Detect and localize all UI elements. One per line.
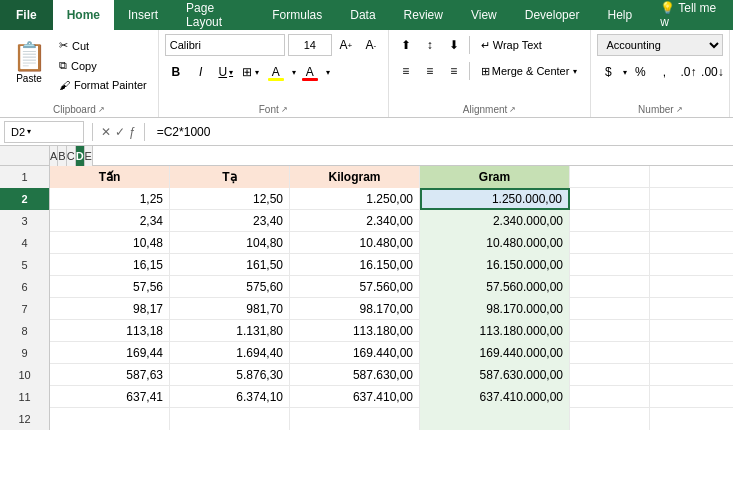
font-size-selector[interactable] [288,34,332,56]
row-header[interactable]: 7 [0,298,50,320]
list-item[interactable]: 637,41 [50,386,170,408]
list-item[interactable]: 113,18 [50,320,170,342]
col-header-c[interactable]: C [67,146,76,166]
currency-button[interactable]: $ [597,61,619,83]
tab-view[interactable]: View [457,0,511,30]
fill-color-button[interactable]: A [265,61,287,83]
list-item[interactable]: 1.694,40 [170,342,290,364]
list-item[interactable]: 57.560.000,00 [420,276,570,298]
cut-button[interactable]: ✂ Cut [54,36,152,55]
paste-button[interactable]: 📋 Paste [6,34,52,92]
alignment-expand-icon[interactable]: ↗ [509,105,516,114]
tab-review[interactable]: Review [390,0,457,30]
tab-tell-me[interactable]: 💡 Tell me w [646,0,733,30]
list-item[interactable] [570,342,650,364]
list-item[interactable]: Gram [420,166,570,188]
list-item[interactable]: 637.410.000,00 [420,386,570,408]
list-item[interactable]: 10.480,00 [290,232,420,254]
tab-data[interactable]: Data [336,0,389,30]
decrease-font-button[interactable]: A- [360,34,382,56]
list-item[interactable] [570,188,650,210]
list-item[interactable]: 169.440.000,00 [420,342,570,364]
list-item[interactable] [420,408,570,430]
list-item[interactable]: 98.170.000,00 [420,298,570,320]
underline-button[interactable]: U ▾ [215,61,237,83]
clipboard-expand-icon[interactable]: ↗ [98,105,105,114]
list-item[interactable]: 6.374,10 [170,386,290,408]
tab-insert[interactable]: Insert [114,0,172,30]
col-header-a[interactable]: A [50,146,58,166]
list-item[interactable]: 169,44 [50,342,170,364]
list-item[interactable]: 16.150.000,00 [420,254,570,276]
list-item[interactable] [170,408,290,430]
list-item[interactable]: Kilogram [290,166,420,188]
tab-file[interactable]: File [0,0,53,30]
formula-input[interactable] [153,121,729,143]
row-header[interactable]: 6 [0,276,50,298]
list-item[interactable] [570,232,650,254]
list-item[interactable]: 98,17 [50,298,170,320]
list-item[interactable]: 1.250,00 [290,188,420,210]
merge-center-button[interactable]: ⊞ Merge & Center ▾ [474,62,585,81]
list-item[interactable] [570,276,650,298]
tab-formulas[interactable]: Formulas [258,0,336,30]
row-header[interactable]: 1 [0,166,50,188]
list-item[interactable]: 57.560,00 [290,276,420,298]
currency-dropdown-icon[interactable]: ▾ [623,68,627,77]
row-header[interactable]: 5 [0,254,50,276]
font-color-dropdown-icon[interactable]: ▾ [326,68,330,77]
list-item[interactable]: 587,63 [50,364,170,386]
list-item[interactable]: 16.150,00 [290,254,420,276]
tab-page-layout[interactable]: Page Layout [172,0,258,30]
tab-developer[interactable]: Developer [511,0,594,30]
list-item[interactable]: 2.340,00 [290,210,420,232]
align-top-button[interactable]: ⬆ [395,34,417,56]
align-right-button[interactable]: ≡ [443,60,465,82]
list-item[interactable]: 12,50 [170,188,290,210]
format-painter-button[interactable]: 🖌 Format Painter [54,76,152,94]
list-item[interactable]: 2.340.000,00 [420,210,570,232]
list-item[interactable]: 1,25 [50,188,170,210]
list-item[interactable]: 10,48 [50,232,170,254]
fill-color-dropdown-icon[interactable]: ▾ [292,68,296,77]
font-color-button[interactable]: A [299,61,321,83]
list-item[interactable]: 587.630,00 [290,364,420,386]
list-item[interactable]: 5.876,30 [170,364,290,386]
row-header[interactable]: 10 [0,364,50,386]
list-item[interactable]: 10.480.000,00 [420,232,570,254]
font-expand-icon[interactable]: ↗ [281,105,288,114]
tab-help[interactable]: Help [593,0,646,30]
col-header-d[interactable]: D [76,146,85,166]
list-item[interactable]: 113.180,00 [290,320,420,342]
list-item[interactable]: 113.180.000,00 [420,320,570,342]
list-item[interactable]: Tấn [50,166,170,188]
copy-button[interactable]: ⧉ Copy [54,56,152,75]
list-item[interactable] [570,386,650,408]
list-item[interactable]: 637.410,00 [290,386,420,408]
wrap-text-button[interactable]: ↵ Wrap Text [474,36,549,55]
cancel-formula-icon[interactable]: ✕ [101,125,111,139]
list-item[interactable]: 57,56 [50,276,170,298]
align-left-button[interactable]: ≡ [395,60,417,82]
list-item[interactable]: 169.440,00 [290,342,420,364]
list-item[interactable] [570,298,650,320]
cell-reference-box[interactable]: D2 ▾ [4,121,84,143]
list-item[interactable]: 1.250.000,00 [420,188,570,210]
cell-ref-dropdown-icon[interactable]: ▾ [27,127,31,136]
increase-decimal-button[interactable]: .0↑ [677,61,699,83]
percent-button[interactable]: % [629,61,651,83]
list-item[interactable]: 2,34 [50,210,170,232]
list-item[interactable]: 104,80 [170,232,290,254]
number-expand-icon[interactable]: ↗ [676,105,683,114]
align-middle-button[interactable]: ↕ [419,34,441,56]
list-item[interactable]: 981,70 [170,298,290,320]
row-header[interactable]: 3 [0,210,50,232]
insert-function-icon[interactable]: ƒ [129,125,136,139]
comma-button[interactable]: , [653,61,675,83]
row-header[interactable]: 12 [0,408,50,430]
row-header[interactable]: 2 [0,188,50,210]
col-header-b[interactable]: B [58,146,66,166]
list-item[interactable] [570,320,650,342]
list-item[interactable]: 23,40 [170,210,290,232]
list-item[interactable]: 587.630.000,00 [420,364,570,386]
